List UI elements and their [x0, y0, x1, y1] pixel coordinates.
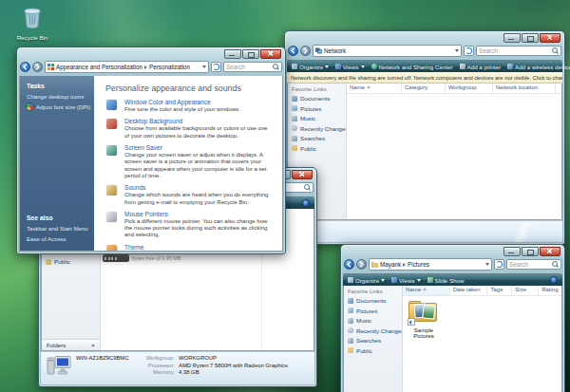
desktop[interactable]: Recycle Bin Network Search — [0, 0, 570, 392]
see-also-ease-of-access[interactable]: Ease of Access — [27, 235, 94, 242]
back-button[interactable] — [20, 62, 30, 72]
slide-show-button[interactable]: Slide Show — [428, 277, 465, 284]
column-rating[interactable]: Rating — [539, 286, 561, 295]
sidebar-item-public[interactable]: Public — [46, 258, 70, 265]
views-button[interactable]: Views — [335, 64, 364, 70]
music-icon — [348, 318, 353, 324]
sidebar-item-recently-changed[interactable]: Recently Changed — [292, 125, 346, 132]
column-workgroup[interactable]: Workgroup — [446, 84, 493, 93]
personalization-window[interactable]: Appearance and Personalization Personali… — [16, 47, 286, 254]
views-button[interactable]: Views — [391, 277, 420, 284]
sample-pictures-folder[interactable]: Sample Pictures — [406, 300, 442, 339]
item-window-color: Window Color and Appearance Fine tune th… — [105, 99, 273, 113]
sort-ascending-icon — [367, 85, 370, 88]
infobar-text: Network discovery and file sharing are t… — [291, 75, 562, 81]
column-tags[interactable]: Tags — [487, 286, 512, 295]
sidebar-item-pictures[interactable]: Pictures — [348, 308, 402, 314]
address-bar[interactable]: Appearance and Personalization Personali… — [45, 61, 209, 73]
forward-button[interactable] — [356, 259, 367, 270]
sidebar-item-music[interactable]: Music — [292, 115, 346, 121]
pictures-file-area[interactable]: Sample Pictures — [403, 296, 561, 392]
search-input[interactable]: Search — [506, 259, 561, 270]
personalization-titlebar[interactable] — [19, 49, 283, 60]
address-dropdown-icon[interactable] — [455, 49, 459, 52]
task-adjust-font-size[interactable]: Adjust font size (DPI) — [27, 103, 94, 110]
theme-link[interactable]: Theme — [124, 244, 273, 251]
network-sharing-center-button[interactable]: Network and Sharing Center — [371, 64, 453, 70]
drive-row[interactable]: bytes free of 2.45 MB — [103, 254, 180, 262]
pictures-titlebar[interactable] — [343, 247, 562, 257]
maximize-button[interactable] — [242, 49, 259, 59]
sounds-link[interactable]: Sounds — [124, 184, 273, 191]
search-input[interactable]: Search — [476, 46, 561, 56]
see-also-taskbar-start-menu[interactable]: Taskbar and Start Menu — [27, 225, 94, 232]
network-window[interactable]: Network Search Organize Views Network an… — [284, 30, 565, 245]
forward-button[interactable] — [300, 46, 311, 56]
network-file-area[interactable] — [347, 94, 561, 219]
help-button[interactable] — [302, 199, 310, 207]
sidebar-item-pictures[interactable]: Pictures — [292, 105, 346, 112]
minimize-button[interactable] — [504, 33, 521, 43]
column-date-taken[interactable]: Date taken — [450, 286, 488, 295]
breadcrumb-personalization[interactable]: Personalization — [149, 64, 190, 70]
sidebar-item-searches[interactable]: Searches — [292, 135, 346, 141]
refresh-button[interactable] — [494, 259, 504, 270]
sidebar-item-documents[interactable]: Documents — [292, 95, 346, 102]
address-dropdown-icon[interactable] — [485, 263, 489, 266]
minimize-button[interactable] — [224, 49, 241, 59]
folders-bar[interactable]: Folders — [42, 339, 100, 350]
address-dropdown-icon[interactable] — [202, 65, 206, 68]
sidebar-item-documents[interactable]: Documents — [348, 297, 402, 304]
column-network-location[interactable]: Network location — [493, 84, 556, 93]
refresh-button[interactable] — [211, 62, 221, 72]
sidebar-item-music[interactable]: Music — [348, 317, 402, 324]
screen-saver-link[interactable]: Screen Saver — [124, 144, 273, 151]
close-button[interactable] — [540, 247, 560, 256]
breadcrumb-user[interactable]: Mayank — [380, 261, 401, 268]
add-printer-button[interactable]: Add a printer — [460, 64, 501, 70]
folder-label: Sample Pictures — [406, 327, 442, 339]
sidebar-item-public[interactable]: Public — [292, 145, 346, 152]
sidebar-item-searches[interactable]: Searches — [348, 337, 402, 344]
help-button[interactable] — [550, 276, 558, 284]
organize-button[interactable]: Organize — [292, 64, 329, 70]
breadcrumb-pictures[interactable]: Pictures — [408, 261, 429, 268]
column-category[interactable]: Category — [402, 84, 446, 93]
sidebar-item-public[interactable]: Public — [348, 347, 402, 354]
organize-button[interactable]: Organize — [348, 277, 385, 284]
breadcrumb-network[interactable]: Network — [324, 47, 346, 54]
maximize-button[interactable] — [522, 247, 539, 256]
back-button[interactable] — [344, 259, 354, 270]
refresh-button[interactable] — [464, 46, 474, 56]
maximize-button[interactable] — [522, 33, 539, 43]
forward-icon — [358, 261, 365, 268]
organize-icon — [348, 277, 353, 283]
item-sounds: Sounds Change which sounds are heard whe… — [105, 184, 273, 206]
desktop-background-link[interactable]: Desktop Background — [124, 118, 273, 124]
close-button[interactable] — [292, 170, 313, 179]
forward-button[interactable] — [32, 62, 43, 72]
add-wireless-device-button[interactable]: Add a wireless device — [507, 64, 570, 70]
search-placeholder: Search — [479, 47, 550, 54]
address-bar[interactable]: Mayank Pictures — [369, 258, 492, 271]
network-infobar[interactable]: Network discovery and file sharing are t… — [287, 72, 562, 84]
minimize-button[interactable] — [504, 247, 521, 256]
search-input[interactable]: Search — [223, 62, 282, 72]
column-size[interactable]: Size — [512, 286, 539, 295]
column-name[interactable]: Name — [347, 84, 402, 93]
address-bar[interactable]: Network — [313, 45, 462, 57]
window-color-link[interactable]: Window Color and Appearance — [124, 99, 273, 105]
pictures-window[interactable]: Mayank Pictures Search Organize Views Sl… — [340, 244, 565, 392]
sidebar-item-recently-changed[interactable]: Recently Changed — [348, 327, 402, 334]
close-icon — [547, 35, 552, 40]
recycle-bin[interactable]: Recycle Bin — [8, 4, 57, 41]
close-button[interactable] — [260, 49, 281, 59]
close-button[interactable] — [540, 33, 560, 43]
control-panel-icon — [48, 64, 54, 71]
network-titlebar[interactable] — [287, 33, 562, 44]
back-button[interactable] — [288, 46, 298, 56]
column-name[interactable]: Name — [403, 286, 450, 295]
task-change-desktop-icons[interactable]: Change desktop icons — [27, 93, 94, 100]
breadcrumb-appearance[interactable]: Appearance and Personalization — [56, 64, 142, 70]
mouse-pointers-link[interactable]: Mouse Pointers — [124, 211, 273, 217]
